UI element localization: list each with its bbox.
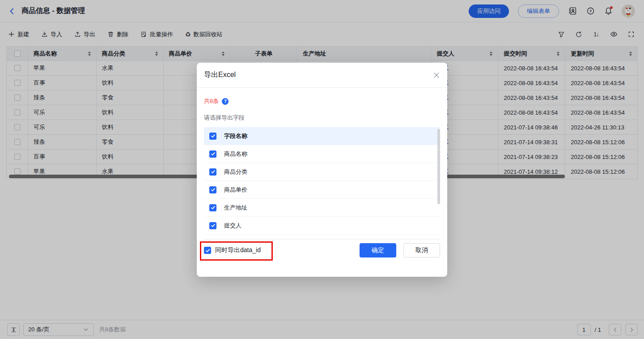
modal-header: 导出Excel: [197, 63, 447, 88]
field-label: 字段名称: [224, 132, 247, 140]
export-field-row[interactable]: 字段名称: [204, 127, 440, 145]
close-icon[interactable]: [433, 72, 440, 79]
check-icon: [211, 151, 216, 156]
export-data-id-label: 同时导出data_id: [215, 246, 261, 254]
export-field-row[interactable]: 商品分类: [204, 163, 440, 181]
app-window: 商品信息 - 数据管理 应用访问 编辑表单 ?: [0, 0, 644, 339]
field-label: 提交人: [224, 222, 242, 230]
field-label: 生产地址: [224, 204, 247, 212]
field-checkbox[interactable]: [209, 133, 216, 140]
export-field-row[interactable]: 生产地址: [204, 199, 440, 217]
modal-footer: 同时导出data_id 确定 取消: [204, 243, 440, 257]
check-icon: [211, 133, 216, 138]
export-field-row[interactable]: 商品单价: [204, 181, 440, 199]
field-checkbox[interactable]: [209, 186, 216, 193]
cancel-button[interactable]: 取消: [403, 243, 440, 257]
list-scrollbar[interactable]: [437, 129, 440, 204]
question-circle-icon[interactable]: ?: [222, 98, 229, 105]
export-count: 共8条: [204, 97, 219, 105]
modal-buttons: 确定 取消: [360, 243, 440, 257]
export-field-row[interactable]: 提交人: [204, 217, 440, 235]
field-label: 商品单价: [224, 186, 247, 194]
check-icon: [205, 248, 210, 253]
export-field-row[interactable]: 商品名称: [204, 145, 440, 163]
export-data-id-checkbox[interactable]: [204, 247, 211, 254]
export-hint: 请选择导出字段: [204, 114, 440, 122]
export-excel-modal: 导出Excel 共8条 ? 请选择导出字段 字段名称 商品名称 商品分类 商品单…: [197, 63, 447, 277]
field-label: 商品名称: [224, 150, 247, 158]
field-checkbox[interactable]: [209, 222, 216, 229]
check-icon: [211, 187, 216, 192]
export-count-row: 共8条 ?: [204, 97, 440, 105]
field-label: 商品分类: [224, 168, 247, 176]
modal-title: 导出Excel: [204, 70, 236, 80]
check-icon: [211, 223, 216, 228]
field-checkbox[interactable]: [209, 168, 216, 176]
field-checkbox[interactable]: [209, 150, 216, 158]
check-icon: [211, 205, 216, 210]
check-icon: [211, 169, 216, 174]
field-checkbox[interactable]: [209, 204, 216, 211]
confirm-button[interactable]: 确定: [360, 243, 396, 257]
export-field-list: 字段名称 商品名称 商品分类 商品单价 生产地址 提交人: [204, 127, 440, 240]
export-data-id-option[interactable]: 同时导出data_id: [204, 246, 261, 254]
